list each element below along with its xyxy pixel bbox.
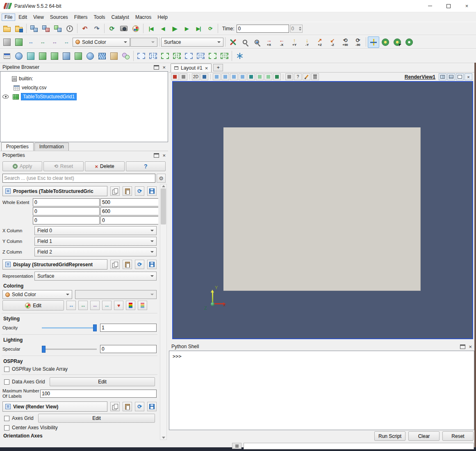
- minimize-button[interactable]: [421, 0, 439, 12]
- whole-extent-y-max[interactable]: [100, 207, 158, 215]
- menu-macros[interactable]: Macros: [132, 14, 154, 21]
- pick-rotation-center-button[interactable]: [392, 36, 403, 48]
- menu-sources[interactable]: Sources: [47, 14, 71, 21]
- reset-camera-button[interactable]: [227, 36, 239, 48]
- stream-tracer-button[interactable]: [96, 50, 108, 62]
- close-button[interactable]: ×: [458, 0, 476, 12]
- toggle-2d-button[interactable]: 2D: [192, 73, 200, 80]
- ospray-use-scale-checkbox[interactable]: [4, 367, 9, 372]
- tab-information[interactable]: Information: [34, 143, 69, 151]
- visibility-eye-icon[interactable]: [2, 95, 9, 99]
- view-select-points-polygon-button[interactable]: [239, 73, 246, 80]
- last-frame-button[interactable]: ▶|: [193, 23, 204, 34]
- redo-button[interactable]: ↷: [91, 23, 102, 34]
- opacity-input[interactable]: [100, 324, 157, 332]
- reset-rotation-center-button[interactable]: [403, 36, 415, 48]
- choose-preset-button[interactable]: ♥: [114, 301, 123, 310]
- capture-view-button[interactable]: [180, 73, 187, 80]
- opacity-slider[interactable]: [42, 324, 97, 332]
- undo-button[interactable]: ↶: [79, 23, 91, 34]
- warp-by-vector-button[interactable]: [108, 50, 120, 62]
- pipeline-item-builtin[interactable]: builtin:: [0, 74, 168, 83]
- copy-view-button[interactable]: [110, 402, 120, 411]
- view-interactive-select-points-button[interactable]: [264, 73, 272, 80]
- reset-view-defaults-button[interactable]: ⟳: [135, 402, 144, 411]
- rotate-90-ccw-button[interactable]: ⟲+90: [339, 36, 351, 48]
- animation-time-button[interactable]: [64, 23, 75, 34]
- menu-filters[interactable]: Filters: [71, 14, 91, 21]
- open-file-button[interactable]: [1, 23, 13, 34]
- view-select-cells-polygon-button[interactable]: [230, 73, 238, 80]
- rescale-to-data-button[interactable]: ↔: [25, 36, 36, 48]
- render-view-title[interactable]: RenderView1: [405, 74, 435, 80]
- reset-button[interactable]: ⟲Reset: [43, 161, 83, 171]
- tab-properties[interactable]: Properties: [1, 142, 34, 151]
- properties-scrollbar[interactable]: [160, 184, 167, 440]
- edit-data-axes-grid-button[interactable]: Edit: [50, 377, 155, 386]
- load-state-button[interactable]: [52, 23, 64, 34]
- specular-slider-handle[interactable]: [42, 346, 46, 353]
- view-select-block-button[interactable]: [247, 73, 255, 80]
- x-column-combobox[interactable]: Field 0: [34, 226, 157, 235]
- camera-minus-y-button[interactable]: ↓-Y: [301, 36, 313, 48]
- view-help-button[interactable]: ?: [294, 73, 302, 80]
- save-data-button[interactable]: [13, 23, 25, 34]
- menu-tools[interactable]: Tools: [91, 14, 108, 21]
- whole-extent-x-min[interactable]: [33, 198, 100, 206]
- camera-plus-x-button[interactable]: →+X: [263, 36, 275, 48]
- undock-panel-icon[interactable]: [154, 153, 159, 158]
- save-defaults-button[interactable]: [147, 186, 157, 196]
- paste-view-button[interactable]: [123, 402, 132, 411]
- clip-filter-button[interactable]: [37, 50, 48, 62]
- camera-link-button[interactable]: [200, 73, 208, 80]
- rescale-custom-range-button[interactable]: ↔: [78, 301, 88, 310]
- save-view-defaults-button[interactable]: [147, 402, 157, 411]
- data-axes-grid-checkbox[interactable]: [4, 379, 9, 385]
- freeze-selection-button[interactable]: [234, 50, 245, 62]
- view-hover-cells-button[interactable]: [273, 73, 281, 80]
- capture-screenshot-button[interactable]: [118, 23, 130, 34]
- view-zoom-box-button[interactable]: [285, 73, 293, 80]
- interactive-select-cells-button[interactable]: [207, 50, 218, 62]
- previous-frame-button[interactable]: ◀: [157, 23, 169, 34]
- axes-grid-checkbox[interactable]: [4, 416, 9, 421]
- run-script-button[interactable]: Run Script: [374, 431, 405, 441]
- opacity-slider-handle[interactable]: [93, 324, 97, 331]
- connect-server-button[interactable]: [28, 23, 40, 34]
- edit-color-map-button-panel[interactable]: Edit: [2, 300, 64, 310]
- menu-view[interactable]: View: [30, 14, 47, 21]
- scroll-up-icon[interactable]: [162, 185, 165, 187]
- spinner-arrows-icon[interactable]: [299, 27, 301, 31]
- select-points-polygon-button[interactable]: [195, 50, 206, 62]
- section-display[interactable]: = Display (StructuredGridRepresent: [2, 259, 107, 270]
- disconnect-server-button[interactable]: [40, 23, 52, 34]
- section-view[interactable]: = View (Render View): [2, 401, 107, 412]
- glyph-filter-button[interactable]: [84, 50, 96, 62]
- close-layout-icon[interactable]: ×: [205, 66, 208, 71]
- toggle-color-legend-button[interactable]: [1, 36, 13, 48]
- view-interactive-select-cells-button[interactable]: [256, 73, 264, 80]
- view-annotate-button[interactable]: [303, 73, 310, 80]
- view-select-cells-on-button[interactable]: [213, 73, 221, 80]
- menu-edit[interactable]: Edit: [16, 14, 30, 21]
- undock-panel-icon[interactable]: [154, 65, 159, 70]
- scroll-down-icon[interactable]: [162, 437, 165, 439]
- camera-minus-z-button[interactable]: ↙-Z: [326, 36, 339, 48]
- whole-extent-x-max[interactable]: [100, 198, 158, 206]
- whole-extent-z-min[interactable]: [33, 216, 100, 224]
- loop-button[interactable]: ⟳: [205, 23, 216, 34]
- close-panel-icon[interactable]: ×: [162, 153, 166, 158]
- pipeline-tree[interactable]: builtin: velocity.csv TableToStructuredG…: [0, 71, 168, 142]
- copy-properties-button[interactable]: [110, 186, 120, 196]
- properties-scroll-area[interactable]: = Properties (TableToStructuredGric ⟳ Wh…: [1, 183, 158, 442]
- camera-minus-x-button[interactable]: ←-X: [276, 36, 288, 48]
- next-frame-button[interactable]: ▶: [181, 23, 192, 34]
- color-palette-button[interactable]: [130, 23, 141, 34]
- add-layout-button[interactable]: +: [213, 64, 223, 71]
- pipeline-item-tabletostructuredgrid[interactable]: TableToStructuredGrid1: [0, 92, 168, 101]
- extract-subset-button[interactable]: [73, 50, 84, 62]
- camera-plus-y-button[interactable]: ↑+Y: [288, 36, 301, 48]
- select-cells-polygon-button[interactable]: [183, 50, 194, 62]
- close-view-button[interactable]: ×: [465, 73, 472, 80]
- spreadsheet-view-button[interactable]: [1, 50, 13, 62]
